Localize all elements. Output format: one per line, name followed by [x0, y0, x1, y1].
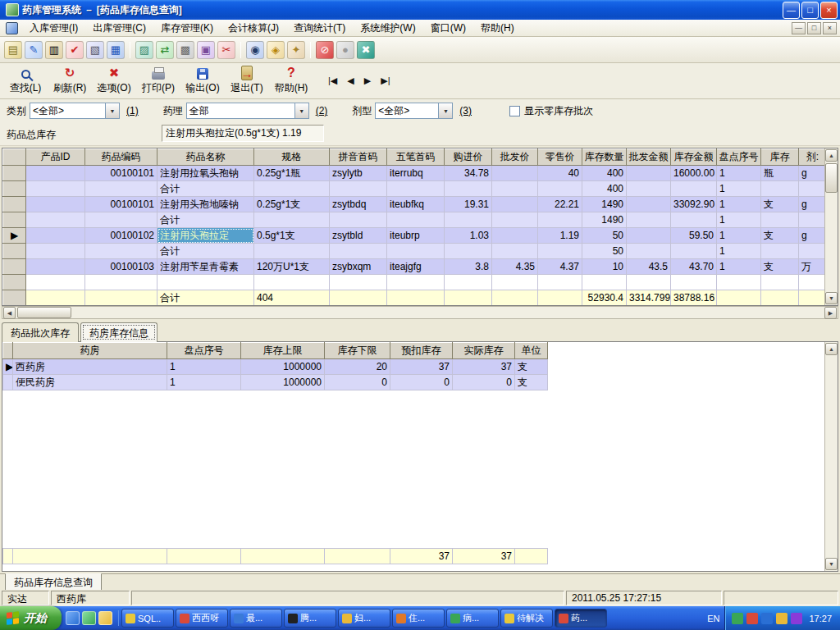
column-header[interactable]: 药房: [13, 343, 167, 359]
child-close-button[interactable]: ×: [823, 22, 837, 34]
column-header[interactable]: 批发金额: [627, 149, 671, 166]
notes-icon[interactable]: [45, 41, 63, 59]
pharmacy-stock-table[interactable]: 药房盘点序号库存上限库存下限预扣库存实际库存单位 ▶西药房11000000203…: [2, 342, 548, 390]
column-header[interactable]: 批发价: [492, 149, 538, 166]
save-icon[interactable]: [107, 41, 125, 59]
next-record-button[interactable]: ▶: [364, 75, 371, 86]
grid-icon[interactable]: [197, 41, 215, 59]
task-teng[interactable]: 腾...: [284, 609, 336, 628]
main-inventory-table[interactable]: 产品ID药品编码药品名称规格拼音首码五笔首码购进价批发价零售价库存数量批发金额库…: [2, 148, 827, 306]
language-indicator[interactable]: EN: [707, 614, 719, 623]
scroll-left-icon[interactable]: ◀: [3, 307, 16, 319]
scroll-up-icon[interactable]: ▲: [825, 149, 838, 162]
menu-window[interactable]: 窗口(W): [423, 20, 473, 37]
tray-icon-1[interactable]: [732, 613, 743, 624]
column-header[interactable]: 拼音首码: [330, 149, 387, 166]
category-select[interactable]: <全部>: [30, 103, 120, 119]
table-row[interactable]: 合计4001: [3, 181, 827, 197]
clipboard-icon[interactable]: [86, 41, 104, 59]
quick-launch-icon-1[interactable]: [66, 611, 80, 625]
column-header[interactable]: 零售价: [538, 149, 582, 166]
cut-icon[interactable]: [217, 41, 235, 59]
column-header[interactable]: 预扣库存: [390, 343, 453, 359]
table-row[interactable]: 3737: [3, 549, 548, 564]
menu-inventory[interactable]: 库存管理(K): [153, 20, 221, 37]
column-header[interactable]: 规格: [254, 149, 330, 166]
pharmacology-select[interactable]: 全部: [186, 103, 309, 119]
approve-icon[interactable]: [66, 41, 84, 59]
chevron-down-icon[interactable]: [294, 103, 308, 118]
menu-system-maintenance[interactable]: 系统维护(W): [353, 20, 422, 37]
column-header[interactable]: 库存数量: [582, 149, 627, 166]
scroll-down-icon[interactable]: ▼: [825, 292, 838, 304]
detail-vertical-scrollbar[interactable]: ▲ ▼: [824, 342, 838, 571]
chevron-down-icon[interactable]: [438, 103, 452, 118]
tray-icon-5[interactable]: [791, 613, 802, 624]
search-icon[interactable]: [246, 41, 264, 59]
refresh-button[interactable]: 刷新(R): [48, 64, 92, 97]
table-row[interactable]: ▶00100102注射用头孢拉定0.5g*1支zsytblditeubrp1.0…: [3, 228, 827, 244]
open-icon[interactable]: [4, 41, 22, 59]
main-horizontal-scrollbar[interactable]: ◀ ▶: [2, 306, 838, 319]
dosage-form-select[interactable]: <全部>: [375, 103, 453, 119]
task-fu[interactable]: 妇...: [338, 609, 390, 628]
task-pending[interactable]: 待解决: [500, 609, 553, 628]
column-header[interactable]: 盘点序号: [167, 343, 241, 359]
start-button[interactable]: 开始: [0, 606, 62, 630]
h-scrollbar-thumb[interactable]: [17, 307, 71, 318]
help-button[interactable]: 帮助(H): [269, 64, 313, 97]
tray-icon-2[interactable]: [746, 613, 758, 624]
report-icon[interactable]: [135, 41, 153, 59]
column-header[interactable]: 剂:: [799, 149, 827, 166]
stop-icon[interactable]: [316, 41, 334, 59]
edit-icon[interactable]: [25, 41, 43, 59]
find-button[interactable]: 查找(L): [3, 64, 48, 97]
menu-accounting[interactable]: 会计核算(J): [221, 20, 286, 37]
column-header[interactable]: 药品名称: [158, 149, 254, 166]
table-row[interactable]: [3, 275, 827, 290]
menu-help[interactable]: 帮助(H): [473, 20, 522, 37]
table-row[interactable]: ▶西药房11000000203737支: [3, 359, 548, 375]
column-header[interactable]: 购进价: [445, 149, 492, 166]
column-header[interactable]: 库存: [761, 149, 799, 166]
prev-record-button[interactable]: ◀: [347, 75, 354, 86]
column-header[interactable]: 产品ID: [26, 149, 85, 166]
tray-icon-3[interactable]: [761, 613, 773, 624]
column-header[interactable]: 库存上限: [241, 343, 325, 359]
show-zero-stock-checkbox[interactable]: [509, 106, 520, 116]
column-header[interactable]: 药品编码: [85, 149, 158, 166]
column-header[interactable]: [3, 149, 26, 166]
main-vertical-scrollbar[interactable]: ▲ ▼: [824, 148, 838, 305]
table-row[interactable]: 便民药房11000000000支: [3, 375, 548, 390]
task-xixiya[interactable]: 西西呀: [176, 609, 228, 628]
lock-icon[interactable]: [267, 41, 285, 59]
quick-launch-icon-3[interactable]: [98, 611, 112, 625]
scroll-up-icon[interactable]: ▲: [825, 343, 838, 355]
column-header[interactable]: 盘点序号: [717, 149, 761, 166]
task-bing[interactable]: 病...: [446, 609, 499, 628]
column-header[interactable]: 库存金额: [671, 149, 717, 166]
table-row[interactable]: 合计501: [3, 244, 827, 259]
table-icon[interactable]: [176, 41, 194, 59]
child-restore-button[interactable]: □: [807, 22, 821, 34]
maximize-button[interactable]: □: [801, 2, 819, 19]
task-sql[interactable]: SQL..: [121, 609, 174, 628]
chevron-down-icon[interactable]: [105, 103, 119, 118]
menu-query-stats[interactable]: 查询统计(T): [286, 20, 353, 37]
export-icon[interactable]: [156, 41, 174, 59]
menu-inbound[interactable]: 入库管理(I): [22, 20, 85, 37]
options-button[interactable]: 选项(O): [92, 64, 136, 97]
tray-icon-4[interactable]: [776, 613, 788, 624]
close-button[interactable]: ×: [820, 2, 838, 19]
table-row[interactable]: 合计14901: [3, 212, 827, 228]
last-record-button[interactable]: ▶|: [381, 75, 390, 86]
column-header[interactable]: [3, 343, 13, 359]
task-pharmacy-active[interactable]: 药...: [555, 609, 607, 628]
print-button[interactable]: 打印(P): [136, 64, 180, 97]
scroll-down-icon[interactable]: ▼: [825, 558, 838, 570]
task-zui[interactable]: 最...: [230, 609, 282, 628]
table-row[interactable]: 00100103注射用苄星青霉素120万U*1支zsybxqmiteajgfg3…: [3, 259, 827, 275]
first-record-button[interactable]: |◀: [328, 75, 337, 86]
column-header[interactable]: 库存下限: [325, 343, 390, 359]
task-zhu[interactable]: 住...: [392, 609, 445, 628]
